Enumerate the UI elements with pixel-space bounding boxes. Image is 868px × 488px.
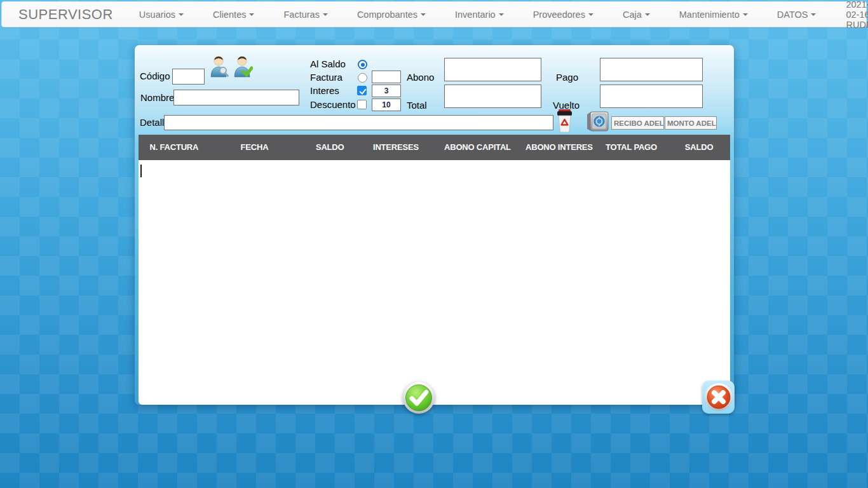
interes-input[interactable]: [372, 85, 401, 97]
brand-title[interactable]: SUPERVISOR: [2, 6, 125, 23]
codigo-input[interactable]: [172, 69, 205, 85]
col-total-pago: TOTAL PAGO: [595, 143, 668, 152]
nav-item-facturas[interactable]: Facturas: [269, 3, 342, 27]
session-user-menu[interactable]: 2021-02-16 RUDDY: [831, 0, 868, 37]
col-saldo-final: SALDO: [668, 143, 730, 152]
invoices-table-header: N. FACTURA FECHA SALDO INTERESES ABONO C…: [139, 135, 730, 160]
session-label: 2021-02-16 RUDDY: [846, 0, 868, 30]
nav-item-usuarios[interactable]: Usuarios: [125, 3, 198, 27]
safe-vault-icon[interactable]: [585, 111, 611, 132]
col-fecha: FECHA: [210, 143, 300, 152]
nav-item-label: Inventario: [455, 10, 496, 20]
factura-radio[interactable]: [358, 73, 367, 83]
nav-item-inventario[interactable]: Inventario: [440, 3, 519, 27]
nav-item-datos[interactable]: DATOS: [763, 3, 831, 27]
col-n-factura: N. FACTURA: [139, 143, 210, 152]
user-confirm-icon[interactable]: [232, 55, 253, 79]
monto-adelanto-button[interactable]: MONTO ADELA: [665, 116, 717, 130]
nav-item-label: Comprobantes: [357, 10, 417, 20]
interes-label: Interes: [310, 85, 339, 96]
nav-item-proveedores[interactable]: Proveedores: [519, 3, 608, 27]
nav-item-clientes[interactable]: Clientes: [198, 3, 269, 27]
nav-item-label: Proveedores: [533, 10, 585, 20]
vuelto-input[interactable]: [600, 85, 703, 108]
chevron-down-icon: [179, 13, 184, 16]
nav-item-label: DATOS: [777, 10, 808, 20]
recibo-adelanto-button[interactable]: RECIBO ADELA: [611, 116, 664, 130]
trash-recycle-icon[interactable]: [555, 109, 574, 133]
descuento-checkbox[interactable]: [357, 100, 367, 109]
total-label: Total: [407, 100, 427, 111]
col-abono-interes: ABONO INTERES: [524, 143, 595, 152]
detalle-input[interactable]: [164, 115, 553, 130]
descuento-input[interactable]: [372, 98, 401, 111]
nav-item-label: Facturas: [283, 10, 319, 20]
nav-item-comprobantes[interactable]: Comprobantes: [342, 3, 440, 27]
close-button[interactable]: [702, 381, 735, 414]
col-saldo: SALDO: [299, 143, 360, 152]
chevron-down-icon: [323, 13, 328, 16]
nombre-label: Nombre: [140, 92, 174, 103]
total-input[interactable]: [444, 85, 541, 108]
chevron-down-icon: [499, 13, 504, 16]
chevron-down-icon: [811, 13, 816, 16]
chevron-down-icon: [421, 13, 426, 16]
descuento-label: Descuento: [310, 99, 356, 110]
interes-checkbox[interactable]: [357, 86, 367, 95]
payment-form: Código Nombre Detalle: [135, 45, 734, 135]
chevron-down-icon: [645, 13, 650, 16]
abono-input[interactable]: [444, 58, 541, 81]
chevron-down-icon: [588, 13, 593, 16]
nombre-input[interactable]: [173, 90, 299, 105]
accept-button[interactable]: [402, 381, 435, 414]
col-intereses: INTERESES: [360, 143, 431, 152]
top-navbar: SUPERVISOR Usuarios Clientes Facturas Co…: [1, 1, 867, 27]
nav-menu: Usuarios Clientes Facturas Comprobantes …: [125, 3, 831, 27]
abono-label: Abono: [407, 72, 434, 83]
nav-item-label: Mantenimiento: [679, 10, 740, 20]
al-saldo-label: Al Saldo: [310, 58, 346, 69]
pago-label: Pago: [556, 72, 578, 83]
user-search-icon[interactable]: [208, 55, 229, 79]
invoices-table-body[interactable]: [139, 160, 730, 405]
codigo-label: Código: [140, 71, 170, 81]
factura-label: Factura: [310, 72, 342, 83]
text-cursor: [140, 165, 142, 177]
vuelto-label: Vuelto: [553, 100, 580, 111]
payments-dialog: Código Nombre Detalle: [135, 45, 734, 405]
nav-item-label: Usuarios: [139, 10, 175, 20]
chevron-down-icon: [743, 13, 748, 16]
nav-item-caja[interactable]: Caja: [608, 3, 665, 27]
nav-item-mantenimiento[interactable]: Mantenimiento: [665, 3, 763, 27]
nav-item-label: Caja: [623, 10, 642, 20]
pago-input[interactable]: [600, 58, 703, 81]
nav-item-label: Clientes: [213, 10, 246, 20]
close-x-icon: [704, 383, 733, 412]
factura-input[interactable]: [372, 71, 401, 83]
al-saldo-radio[interactable]: [358, 60, 367, 69]
chevron-down-icon: [249, 13, 254, 16]
col-abono-capital: ABONO CAPITAL: [431, 143, 524, 152]
